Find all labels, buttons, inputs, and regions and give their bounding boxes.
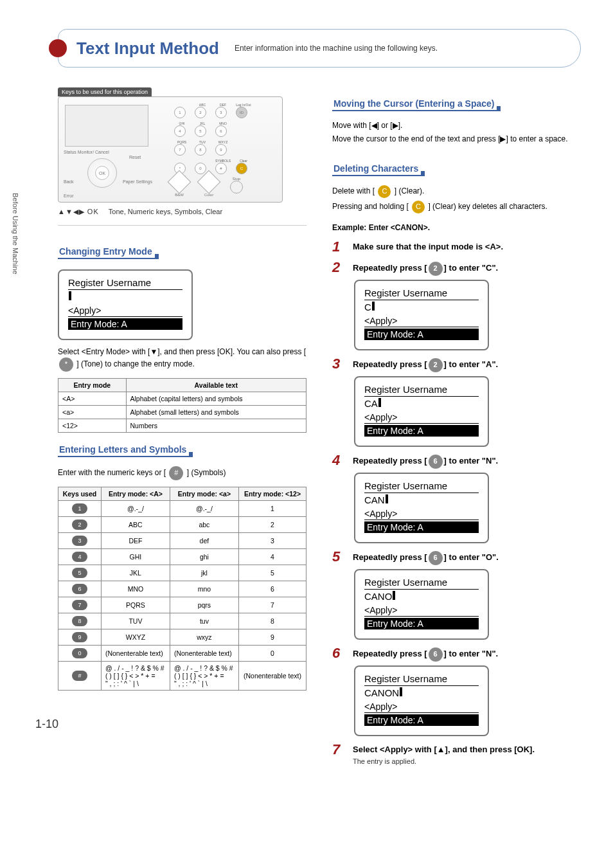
device-panel-illustration: Status Monitor/ Cancel Reset Back Error … bbox=[58, 96, 283, 203]
table-cell: <12> bbox=[58, 419, 127, 433]
table-cell: wxyz bbox=[170, 629, 238, 646]
table-cell: PQRS bbox=[101, 597, 170, 613]
table-cell: ghi bbox=[170, 549, 238, 565]
step-row: 7 Select <Apply> with [▲], and then pres… bbox=[332, 743, 581, 767]
numeric-key-icon: 0 bbox=[72, 648, 87, 658]
numeric-key-icon: # bbox=[72, 671, 87, 681]
entering-letters-para: Enter with the numeric keys or [ # ] (Sy… bbox=[58, 466, 306, 480]
table-cell: ABC bbox=[101, 517, 170, 533]
section-entering-letters: Entering Letters and Symbols bbox=[58, 444, 190, 457]
table-cell: (Nonenterable text) bbox=[170, 646, 238, 662]
moving-line2: Move the cursor to the end of the text a… bbox=[332, 134, 581, 145]
table-cell: Alphabet (small letters) and symbols bbox=[126, 406, 306, 419]
table-cell: GHI bbox=[101, 549, 170, 565]
numeric-key-icon: 6 bbox=[429, 455, 443, 469]
moving-line1: Move with [◀] or [▶]. bbox=[332, 120, 581, 131]
panel-caption: ▲▼◀▶ OK Tone, Numeric keys, Symbols, Cle… bbox=[58, 208, 306, 216]
letters-table: Keys used Entry mode: <A> Entry mode: <a… bbox=[58, 487, 306, 691]
numeric-key-icon: 7 bbox=[72, 600, 87, 610]
table-cell: 3 bbox=[58, 533, 102, 549]
table-cell: 4 bbox=[58, 549, 102, 565]
numeric-key-icon: 4 bbox=[72, 552, 87, 562]
step-row: 2 Repeatedly press [2] to enter "C". bbox=[332, 260, 581, 276]
numeric-key-icon: 8 bbox=[72, 616, 87, 626]
step-text: Repeatedly press [6] to enter "O". bbox=[353, 551, 499, 565]
lcd-step-2: Register Username C <Apply> Entry Mode: … bbox=[354, 280, 489, 350]
entry-mode-table: Entry mode Available text <A> Alphabet (… bbox=[58, 378, 306, 433]
table-cell: DEF bbox=[101, 533, 170, 549]
step-number: 3 bbox=[332, 357, 345, 371]
dpad-icon: OK bbox=[87, 158, 117, 188]
table-cell: @ . / - _ ! ? & $ % #( ) [ ] { } < > * +… bbox=[101, 662, 170, 691]
section-deleting-chars: Deleting Characters bbox=[332, 163, 422, 176]
table-cell: JKL bbox=[101, 565, 170, 581]
table-cell: 2 bbox=[238, 517, 306, 533]
step-row: 4 Repeatedly press [6] to enter "N". bbox=[332, 453, 581, 469]
table-cell: 5 bbox=[238, 565, 306, 581]
numeric-key-icon: 2 bbox=[72, 520, 87, 530]
page-title: Text Input Method bbox=[76, 39, 219, 59]
numeric-key-icon: 5 bbox=[72, 568, 87, 578]
table-cell: tuv bbox=[170, 613, 238, 629]
numeric-key-icon: 6 bbox=[72, 584, 87, 594]
numeric-key-icon: 3 bbox=[72, 536, 87, 546]
numeric-key-icon: 2 bbox=[429, 358, 443, 372]
table-cell: <A> bbox=[58, 392, 127, 406]
numeric-key-icon: 2 bbox=[429, 262, 443, 276]
table-cell: @.-_/ bbox=[170, 501, 238, 517]
step-number: 5 bbox=[332, 550, 345, 564]
lcd-step-3: Register Username CA <Apply> Entry Mode:… bbox=[354, 376, 489, 447]
table-cell: 8 bbox=[238, 613, 306, 629]
numeric-key-icon: 6 bbox=[429, 647, 443, 662]
table-cell: (Nonenterable text) bbox=[238, 662, 306, 691]
table-cell: 9 bbox=[238, 629, 306, 646]
step-text: Repeatedly press [2] to enter "A". bbox=[353, 358, 498, 372]
table-cell: (Nonenterable text) bbox=[101, 646, 170, 662]
table-cell: 0 bbox=[58, 646, 102, 662]
table-cell: abc bbox=[170, 517, 238, 533]
step-number: 7 bbox=[332, 743, 345, 757]
lcd-step-5: Register Username CANO <Apply> Entry Mod… bbox=[354, 569, 489, 640]
section-changing-entry-mode: Changing Entry Mode bbox=[58, 246, 156, 259]
table-cell: pqrs bbox=[170, 597, 238, 613]
table-cell: 7 bbox=[238, 597, 306, 613]
step-number: 1 bbox=[332, 240, 345, 254]
hash-key-icon: # bbox=[169, 466, 183, 480]
step-row: 5 Repeatedly press [6] to enter "O". bbox=[332, 550, 581, 565]
table-cell: def bbox=[170, 533, 238, 549]
page-title-desc: Enter information into the machine using… bbox=[235, 44, 438, 53]
step-row: 6 Repeatedly press [6] to enter "N". bbox=[332, 646, 581, 662]
example-heading: Example: Enter <CANON>. bbox=[332, 222, 581, 233]
table-cell: mno bbox=[170, 581, 238, 597]
panel-figure-group: Keys to be used for this operation Statu… bbox=[58, 87, 306, 216]
table-cell: 2 bbox=[58, 517, 102, 533]
step-subtext: The entry is applied. bbox=[353, 757, 535, 766]
step-text: Repeatedly press [2] to enter "C". bbox=[353, 262, 498, 276]
changing-mode-para: Select <Entry Mode> with [▼], and then p… bbox=[58, 347, 306, 372]
lcd-step-4: Register Username CAN <Apply> Entry Mode… bbox=[354, 473, 489, 543]
numeric-key-icon: 1 bbox=[72, 503, 87, 514]
page-number: 1-10 bbox=[35, 718, 58, 731]
clear-key-icon: C bbox=[378, 185, 391, 198]
step-number: 4 bbox=[332, 453, 345, 467]
table-cell: WXYZ bbox=[101, 629, 170, 646]
table-cell: 9 bbox=[58, 629, 102, 646]
clear-key-icon: C bbox=[412, 201, 425, 213]
step-number: 2 bbox=[332, 260, 345, 275]
step-text: Repeatedly press [6] to enter "N". bbox=[353, 647, 498, 662]
numeric-key-icon: 9 bbox=[72, 632, 87, 642]
table-cell: 1 bbox=[238, 501, 306, 517]
table-cell: 7 bbox=[58, 597, 102, 613]
table-cell: 3 bbox=[238, 533, 306, 549]
lcd-step-6: Register Username CANON <Apply> Entry Mo… bbox=[354, 665, 489, 736]
step-text: Select <Apply> with [▲], and then press … bbox=[353, 744, 535, 767]
table-cell: TUV bbox=[101, 613, 170, 629]
step-text: Repeatedly press [6] to enter "N". bbox=[353, 455, 498, 469]
table-cell: jkl bbox=[170, 565, 238, 581]
table-cell: Numbers bbox=[126, 419, 306, 433]
table-cell: @ . / - _ ! ? & $ % #( ) [ ] { } < > * +… bbox=[170, 662, 238, 691]
page-title-row: Text Input Method Enter information into… bbox=[58, 29, 581, 68]
table-cell: Alphabet (capital letters) and symbols bbox=[126, 392, 306, 406]
table-cell: <a> bbox=[58, 406, 127, 419]
step-number: 6 bbox=[332, 646, 345, 660]
